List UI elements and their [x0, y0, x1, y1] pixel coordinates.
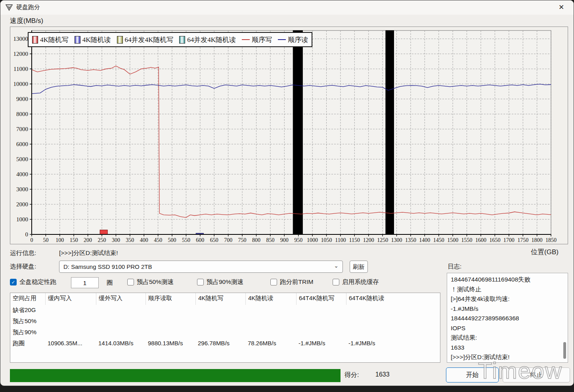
close-button[interactable]: ✕	[552, 1, 570, 14]
legend-label: 4K随机写	[40, 35, 69, 44]
svg-text:1550: 1550	[461, 237, 473, 243]
svg-text:400: 400	[140, 237, 148, 243]
disk-select-dropdown[interactable]: D: Samsung SSD 9100 PRO 2TB ⌄	[59, 261, 343, 273]
svg-text:13000: 13000	[13, 36, 29, 42]
svg-text:500: 500	[168, 237, 176, 243]
chart-legend: 4K随机写4K随机读64并发4K随机写64并发4K随机读顺序写顺序读	[28, 32, 312, 47]
checkbox-启用系统缓存[interactable]: 启用系统缓存	[333, 278, 379, 286]
table-cell: 10906.35M...	[45, 338, 96, 349]
table-cell	[296, 316, 346, 327]
table-cell	[96, 305, 145, 316]
svg-text:1650: 1650	[489, 237, 500, 243]
checkbox-full-disk-stability[interactable]: ✓ 全盘稳定性跑	[10, 278, 56, 286]
table-header-cell: 空间占用	[10, 293, 45, 305]
table-header-cell: 4K随机写	[195, 293, 245, 305]
table-cell	[346, 305, 440, 316]
log-box[interactable]: 18446744069811169408失败！测试终止[>]64并发4k读取均速…	[447, 273, 568, 363]
benchmark-chart: 0501001502002503003504004505005506006507…	[10, 27, 568, 244]
svg-text:1050: 1050	[321, 237, 332, 243]
table-row[interactable]: 跑圈10906.35M...1414.03MB/s9880.13MB/s296.…	[10, 338, 440, 349]
table-cell	[195, 305, 245, 316]
legend-box-swatch	[32, 36, 38, 44]
table-row[interactable]: 缺省20G	[10, 305, 440, 316]
table-cell	[45, 327, 96, 338]
svg-text:6000: 6000	[16, 141, 28, 147]
table-row[interactable]: 预占90%	[10, 327, 440, 338]
svg-text:650: 650	[210, 237, 218, 243]
stop-button[interactable]: 终止	[503, 367, 570, 382]
app-logo-icon	[5, 4, 13, 11]
table-header-cell: 缓外写入	[96, 293, 145, 305]
log-line: 18444492273895866368	[451, 314, 560, 323]
table-cell	[195, 316, 245, 327]
legend-label: 顺序写	[252, 35, 272, 44]
svg-text:1400: 1400	[419, 237, 430, 243]
table-cell	[245, 316, 296, 327]
table-cell	[145, 305, 195, 316]
table-row-label: 预占50%	[10, 316, 45, 327]
score-value: 1633	[375, 371, 390, 378]
svg-text:1000: 1000	[307, 237, 318, 243]
log-line: ！测试终止	[451, 285, 560, 295]
table-cell: 1414.03MB/s	[96, 338, 145, 349]
svg-text:350: 350	[126, 237, 134, 243]
table-cell: 9880.13MB/s	[145, 338, 195, 349]
svg-text:450: 450	[154, 237, 162, 243]
svg-text:1450: 1450	[433, 237, 444, 243]
progress-bar	[10, 369, 341, 382]
svg-text:8000: 8000	[16, 111, 28, 117]
svg-text:1800: 1800	[532, 237, 543, 243]
table-row-label: 跑圈	[10, 338, 45, 349]
legend-item: 顺序写	[242, 35, 272, 44]
svg-text:1250: 1250	[377, 237, 388, 243]
score-label: 得分:	[344, 371, 359, 379]
checkbox-unchecked-icon	[333, 279, 339, 285]
svg-text:11000: 11000	[13, 66, 28, 72]
svg-text:900: 900	[280, 237, 289, 243]
svg-text:1150: 1150	[349, 237, 360, 243]
legend-item: 4K随机读	[75, 35, 111, 44]
svg-text:750: 750	[238, 237, 247, 243]
table-cell	[245, 327, 296, 338]
legend-box-swatch	[117, 36, 123, 44]
log-line: [>]64并发4k读取均速:	[451, 294, 560, 304]
legend-item: 64并发4K随机写	[117, 35, 174, 44]
log-line: IOPS	[451, 323, 560, 333]
table-cell	[45, 305, 96, 316]
checkbox-full-disk-stability-label: 全盘稳定性跑	[19, 278, 56, 286]
checkbox-unchecked-icon	[270, 279, 277, 285]
legend-item: 64并发4K随机读	[179, 35, 236, 44]
svg-text:1500: 1500	[447, 237, 458, 243]
table-header-cell: 4K随机读	[245, 293, 296, 305]
loops-unit-label: 圈	[107, 279, 113, 287]
svg-text:1100: 1100	[335, 237, 346, 243]
loops-count-input[interactable]	[71, 277, 99, 288]
start-button[interactable]: 开始	[446, 367, 499, 382]
svg-text:100: 100	[55, 237, 64, 243]
disk-select-value: D: Samsung SSD 9100 PRO 2TB	[63, 263, 152, 270]
log-line: 18446744069811169408失败	[451, 275, 560, 285]
results-table: 空间占用缓内写入缓外写入顺序读取4K随机写4K随机读64T4K随机写64T4K随…	[10, 293, 440, 363]
chart-y-axis-title: 速度(MB/s)	[10, 16, 43, 25]
svg-text:300: 300	[112, 237, 120, 243]
svg-text:5000: 5000	[16, 156, 28, 162]
checkbox-label: 预占90%测速	[207, 278, 243, 286]
refresh-button[interactable]: 刷新	[350, 261, 368, 273]
table-cell: 78.26MB/s	[245, 338, 296, 349]
checkbox-跑分前TRIM[interactable]: 跑分前TRIM	[270, 278, 313, 286]
table-header-cell: 64T4K随机读	[346, 293, 440, 305]
legend-box-swatch	[75, 36, 80, 44]
disk-select-label: 选择硬盘:	[10, 263, 36, 271]
table-cell	[346, 316, 440, 327]
svg-text:1000: 1000	[16, 216, 28, 223]
log-scrollbar-thumb[interactable]	[563, 342, 566, 359]
table-cell	[96, 327, 145, 338]
table-row[interactable]: 预占50%	[10, 316, 440, 327]
checkbox-预占90%测速[interactable]: 预占90%测速	[197, 278, 243, 286]
legend-label: 64并发4K随机读	[187, 35, 236, 44]
log-line: 测试结果:	[451, 333, 560, 343]
chevron-down-icon: ⌄	[334, 260, 339, 272]
chart-x-axis-title: 位置(GB)	[531, 247, 559, 257]
checkbox-预占50%测速[interactable]: 预占50%测速	[127, 278, 174, 286]
legend-label: 4K随机读	[82, 35, 111, 44]
